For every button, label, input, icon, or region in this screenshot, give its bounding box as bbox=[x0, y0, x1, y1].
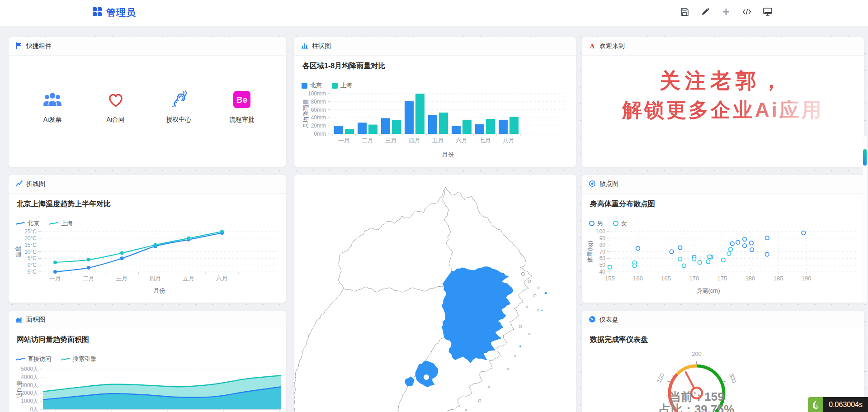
debug-toolbar[interactable]: 0.063004s bbox=[808, 397, 868, 412]
svg-text:40mm: 40mm bbox=[311, 114, 326, 121]
svg-text:月份: 月份 bbox=[154, 287, 165, 294]
quick-item-ai-invoice[interactable]: Ai发票 bbox=[28, 90, 77, 124]
svg-text:80mm: 80mm bbox=[311, 99, 326, 105]
svg-text:50: 50 bbox=[599, 262, 606, 268]
svg-text:5°C: 5°C bbox=[28, 255, 37, 261]
svg-text:一月: 一月 bbox=[338, 137, 350, 144]
thinkphp-flame-icon[interactable] bbox=[808, 397, 823, 412]
svg-text:60mm: 60mm bbox=[311, 107, 326, 113]
quick-item-label: Ai发票 bbox=[43, 116, 61, 124]
svg-text:-5°C: -5°C bbox=[26, 269, 37, 275]
bar-chart-svg[interactable]: 0mm20mm40mm60mm80mm100mm一月二月三月四月五月六月七月八月… bbox=[294, 37, 576, 167]
card-bar-chart: 柱状图 各区域1-8月均降雨量对比 北京上海 0mm20mm40mm60mm80… bbox=[294, 37, 576, 167]
code-icon[interactable] bbox=[742, 7, 751, 16]
grid-logo-icon bbox=[92, 7, 102, 19]
card-scatter-chart: 散点图 身高体重分布散点图 男女 40506070809010015516016… bbox=[581, 175, 864, 303]
page-title: 管理员 bbox=[106, 6, 136, 19]
welcome-line-2: 解锁更多企业Ai应用 bbox=[582, 95, 864, 125]
quick-items-row: Ai发票 Ai合同 授权中心 bbox=[9, 90, 286, 124]
svg-text:月份: 月份 bbox=[442, 151, 454, 158]
svg-text:四月: 四月 bbox=[409, 137, 420, 144]
svg-text:3000人: 3000人 bbox=[21, 382, 38, 388]
card-quick-components: 快捷组件 Ai发票 Ai合同 bbox=[8, 37, 286, 167]
ear-icon bbox=[169, 90, 188, 110]
letter-a-icon: A bbox=[589, 42, 596, 51]
svg-text:A: A bbox=[590, 42, 595, 49]
svg-text:190: 190 bbox=[802, 275, 811, 282]
svg-text:4000人: 4000人 bbox=[21, 374, 38, 380]
svg-text:二月: 二月 bbox=[362, 137, 373, 144]
svg-text:10°C: 10°C bbox=[24, 249, 37, 255]
top-header: 管理员 bbox=[0, 0, 868, 26]
card-map bbox=[294, 174, 576, 412]
svg-text:月均降雨量: 月均降雨量 bbox=[302, 99, 309, 128]
svg-text:90: 90 bbox=[599, 235, 606, 242]
card-header-label: 欢迎来到 bbox=[599, 42, 625, 50]
svg-text:15°C: 15°C bbox=[24, 242, 37, 248]
team-icon bbox=[42, 90, 62, 110]
card-header-label: 快捷组件 bbox=[26, 42, 52, 50]
heart-icon bbox=[106, 90, 125, 110]
svg-text:5000人: 5000人 bbox=[21, 366, 38, 372]
svg-text:100: 100 bbox=[596, 228, 605, 235]
svg-text:五月: 五月 bbox=[432, 137, 444, 144]
quick-item-label: 授权中心 bbox=[166, 116, 191, 124]
scrollbar-track[interactable] bbox=[863, 136, 867, 303]
quick-item-process-approval[interactable]: Be 流程审批 bbox=[217, 90, 267, 124]
svg-text:155: 155 bbox=[605, 275, 615, 282]
svg-text:温度: 温度 bbox=[15, 246, 22, 258]
card-header: 快捷组件 bbox=[9, 37, 286, 56]
svg-text:二月: 二月 bbox=[83, 275, 94, 282]
scrollbar-thumb[interactable] bbox=[863, 149, 867, 166]
svg-text:身高(cm): 身高(cm) bbox=[697, 287, 720, 294]
svg-text:20mm: 20mm bbox=[311, 123, 326, 129]
edit-pencil-icon[interactable] bbox=[701, 7, 710, 16]
scatter-chart-svg[interactable]: 405060708090100155160165170175180185190身… bbox=[582, 175, 864, 303]
svg-text:170: 170 bbox=[689, 275, 699, 282]
svg-text:20°C: 20°C bbox=[24, 235, 37, 242]
svg-text:访问量: 访问量 bbox=[16, 380, 23, 398]
svg-text:0mm: 0mm bbox=[314, 131, 326, 137]
svg-text:一月: 一月 bbox=[49, 275, 61, 282]
quick-item-label: 流程审批 bbox=[229, 116, 255, 124]
quick-item-auth-center[interactable]: 授权中心 bbox=[154, 90, 203, 124]
china-region-map[interactable] bbox=[294, 175, 576, 412]
card-line-chart: 折线图 北京上海温度趋势上半年对比 北京上海 -5°C0°C5°C10°C15°… bbox=[8, 175, 286, 303]
svg-text:25°C: 25°C bbox=[24, 228, 37, 235]
svg-text:2000人: 2000人 bbox=[21, 390, 38, 396]
svg-text:五月: 五月 bbox=[183, 275, 194, 282]
svg-text:0人: 0人 bbox=[30, 406, 38, 412]
svg-text:六月: 六月 bbox=[456, 137, 467, 144]
svg-text:185: 185 bbox=[774, 275, 783, 282]
monitor-icon[interactable] bbox=[763, 7, 772, 16]
svg-text:100mm: 100mm bbox=[308, 90, 326, 97]
svg-text:70: 70 bbox=[599, 249, 606, 255]
svg-text:四月: 四月 bbox=[149, 275, 161, 282]
svg-text:300: 300 bbox=[728, 372, 738, 384]
welcome-line-1: 关注老郭， bbox=[582, 66, 864, 95]
quick-item-ai-contract[interactable]: Ai合同 bbox=[91, 90, 141, 124]
gauge-ratio-value: 占比：39.75% bbox=[582, 402, 811, 412]
save-icon[interactable] bbox=[680, 7, 689, 16]
svg-text:40: 40 bbox=[599, 269, 606, 275]
app-brand: 管理员 bbox=[92, 6, 136, 19]
flag-icon bbox=[15, 42, 23, 51]
execution-time: 0.063004s bbox=[823, 397, 868, 412]
add-plus-icon[interactable] bbox=[722, 7, 731, 16]
welcome-banner: 关注老郭， 解锁更多企业Ai应用 bbox=[582, 66, 864, 125]
line-chart-svg[interactable]: -5°C0°C5°C10°C15°C20°C25°C一月二月三月四月五月六月月份… bbox=[9, 175, 286, 303]
svg-text:体重(kg): 体重(kg) bbox=[586, 241, 593, 262]
svg-text:0°C: 0°C bbox=[28, 262, 37, 268]
svg-text:160: 160 bbox=[633, 275, 643, 282]
svg-text:三月: 三月 bbox=[385, 137, 397, 144]
area-chart-svg[interactable]: 0人1000人2000人3000人4000人5000人访问量 bbox=[9, 311, 286, 412]
card-header: A 欢迎来到 bbox=[582, 37, 864, 56]
svg-text:六月: 六月 bbox=[216, 275, 228, 282]
svg-text:Be: Be bbox=[236, 95, 247, 104]
quick-item-label: Ai合同 bbox=[106, 116, 124, 124]
svg-text:165: 165 bbox=[661, 275, 671, 282]
toolbar bbox=[680, 7, 772, 16]
svg-text:100: 100 bbox=[656, 372, 665, 384]
svg-text:三月: 三月 bbox=[116, 275, 128, 282]
svg-text:175: 175 bbox=[717, 275, 727, 282]
